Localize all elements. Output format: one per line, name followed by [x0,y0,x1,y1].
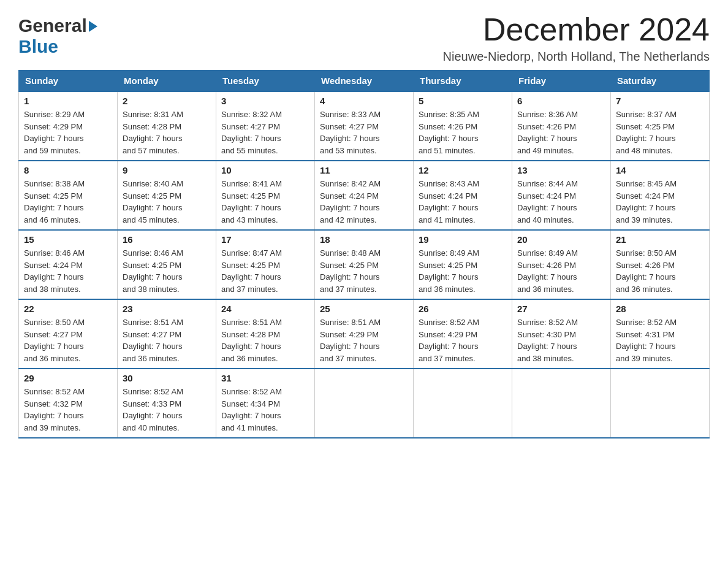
calendar-day-header: Thursday [414,71,512,92]
calendar-cell: 31Sunrise: 8:52 AMSunset: 4:34 PMDayligh… [216,369,315,438]
day-number: 14 [616,165,704,175]
calendar-cell [611,369,710,438]
day-info: Sunrise: 8:35 AMSunset: 4:26 PMDaylight:… [419,109,507,156]
day-info: Sunrise: 8:43 AMSunset: 4:24 PMDaylight:… [419,178,507,226]
title-area: December 2024 Nieuwe-Niedorp, North Holl… [443,12,710,64]
day-info: Sunrise: 8:37 AMSunset: 4:25 PMDaylight:… [616,109,704,156]
day-info: Sunrise: 8:52 AMSunset: 4:31 PMDaylight:… [616,316,704,364]
day-info: Sunrise: 8:31 AMSunset: 4:28 PMDaylight:… [123,109,211,156]
calendar-cell: 2Sunrise: 8:31 AMSunset: 4:28 PMDaylight… [118,91,216,161]
day-info: Sunrise: 8:45 AMSunset: 4:24 PMDaylight:… [616,178,704,226]
day-number: 24 [221,304,309,314]
calendar-day-header: Wednesday [315,71,414,92]
logo-arrow-icon [89,21,97,32]
day-info: Sunrise: 8:49 AMSunset: 4:25 PMDaylight:… [419,247,507,295]
day-number: 15 [24,234,112,245]
day-number: 13 [517,165,605,175]
day-number: 25 [320,304,408,314]
day-info: Sunrise: 8:46 AMSunset: 4:25 PMDaylight:… [123,247,211,295]
calendar-cell: 16Sunrise: 8:46 AMSunset: 4:25 PMDayligh… [118,230,216,299]
calendar-day-header: Tuesday [216,71,315,92]
calendar-cell: 3Sunrise: 8:32 AMSunset: 4:27 PMDaylight… [216,91,315,161]
day-info: Sunrise: 8:52 AMSunset: 4:33 PMDaylight:… [123,386,211,434]
calendar-cell: 24Sunrise: 8:51 AMSunset: 4:28 PMDayligh… [216,299,315,369]
day-number: 17 [221,234,309,245]
calendar-cell: 21Sunrise: 8:50 AMSunset: 4:26 PMDayligh… [611,230,710,299]
day-number: 20 [517,234,605,245]
day-number: 11 [320,165,408,175]
day-info: Sunrise: 8:48 AMSunset: 4:25 PMDaylight:… [320,247,408,295]
day-number: 3 [221,96,309,106]
calendar-week-row: 8Sunrise: 8:38 AMSunset: 4:25 PMDaylight… [19,161,710,230]
header: General Blue December 2024 Nieuwe-Niedor… [18,12,710,64]
calendar-cell: 12Sunrise: 8:43 AMSunset: 4:24 PMDayligh… [414,161,512,230]
calendar-cell: 9Sunrise: 8:40 AMSunset: 4:25 PMDaylight… [118,161,216,230]
calendar-cell: 28Sunrise: 8:52 AMSunset: 4:31 PMDayligh… [611,299,710,369]
calendar-cell: 25Sunrise: 8:51 AMSunset: 4:29 PMDayligh… [315,299,414,369]
day-number: 29 [24,373,112,383]
calendar-cell: 8Sunrise: 8:38 AMSunset: 4:25 PMDaylight… [19,161,118,230]
day-number: 16 [123,234,211,245]
day-number: 6 [517,96,605,106]
calendar-cell: 11Sunrise: 8:42 AMSunset: 4:24 PMDayligh… [315,161,414,230]
calendar-day-header: Saturday [611,71,710,92]
calendar-cell: 13Sunrise: 8:44 AMSunset: 4:24 PMDayligh… [512,161,611,230]
subtitle: Nieuwe-Niedorp, North Holland, The Nethe… [443,50,710,64]
calendar-cell: 10Sunrise: 8:41 AMSunset: 4:25 PMDayligh… [216,161,315,230]
day-number: 31 [221,373,309,383]
page-title: December 2024 [443,12,710,47]
day-info: Sunrise: 8:51 AMSunset: 4:28 PMDaylight:… [221,316,309,364]
calendar-table: SundayMondayTuesdayWednesdayThursdayFrid… [18,70,710,439]
day-number: 10 [221,165,309,175]
calendar-header-row: SundayMondayTuesdayWednesdayThursdayFrid… [19,71,710,92]
calendar-week-row: 15Sunrise: 8:46 AMSunset: 4:24 PMDayligh… [19,230,710,299]
day-number: 1 [24,96,112,106]
day-info: Sunrise: 8:52 AMSunset: 4:34 PMDaylight:… [221,386,309,434]
day-info: Sunrise: 8:40 AMSunset: 4:25 PMDaylight:… [123,178,211,226]
logo: General Blue [18,15,97,57]
calendar-cell: 29Sunrise: 8:52 AMSunset: 4:32 PMDayligh… [19,369,118,438]
day-number: 27 [517,304,605,314]
day-info: Sunrise: 8:52 AMSunset: 4:29 PMDaylight:… [419,316,507,364]
day-number: 28 [616,304,704,314]
calendar-cell: 27Sunrise: 8:52 AMSunset: 4:30 PMDayligh… [512,299,611,369]
calendar-cell: 30Sunrise: 8:52 AMSunset: 4:33 PMDayligh… [118,369,216,438]
calendar-cell: 23Sunrise: 8:51 AMSunset: 4:27 PMDayligh… [118,299,216,369]
day-number: 21 [616,234,704,245]
day-info: Sunrise: 8:49 AMSunset: 4:26 PMDaylight:… [517,247,605,295]
calendar-cell: 5Sunrise: 8:35 AMSunset: 4:26 PMDaylight… [414,91,512,161]
calendar-week-row: 22Sunrise: 8:50 AMSunset: 4:27 PMDayligh… [19,299,710,369]
calendar-day-header: Sunday [19,71,118,92]
day-info: Sunrise: 8:44 AMSunset: 4:24 PMDaylight:… [517,178,605,226]
calendar-cell: 18Sunrise: 8:48 AMSunset: 4:25 PMDayligh… [315,230,414,299]
calendar-day-header: Friday [512,71,611,92]
calendar-day-header: Monday [118,71,216,92]
day-number: 4 [320,96,408,106]
day-info: Sunrise: 8:32 AMSunset: 4:27 PMDaylight:… [221,109,309,156]
day-info: Sunrise: 8:42 AMSunset: 4:24 PMDaylight:… [320,178,408,226]
day-info: Sunrise: 8:52 AMSunset: 4:32 PMDaylight:… [24,386,112,434]
calendar-cell: 20Sunrise: 8:49 AMSunset: 4:26 PMDayligh… [512,230,611,299]
day-info: Sunrise: 8:33 AMSunset: 4:27 PMDaylight:… [320,109,408,156]
day-info: Sunrise: 8:41 AMSunset: 4:25 PMDaylight:… [221,178,309,226]
day-number: 30 [123,373,211,383]
day-info: Sunrise: 8:52 AMSunset: 4:30 PMDaylight:… [517,316,605,364]
calendar-cell: 4Sunrise: 8:33 AMSunset: 4:27 PMDaylight… [315,91,414,161]
logo-general-text: General [18,15,87,36]
calendar-cell: 1Sunrise: 8:29 AMSunset: 4:29 PMDaylight… [19,91,118,161]
day-number: 8 [24,165,112,175]
day-info: Sunrise: 8:50 AMSunset: 4:26 PMDaylight:… [616,247,704,295]
calendar-cell: 15Sunrise: 8:46 AMSunset: 4:24 PMDayligh… [19,230,118,299]
day-number: 12 [419,165,507,175]
calendar-cell: 22Sunrise: 8:50 AMSunset: 4:27 PMDayligh… [19,299,118,369]
calendar-cell: 6Sunrise: 8:36 AMSunset: 4:26 PMDaylight… [512,91,611,161]
day-info: Sunrise: 8:50 AMSunset: 4:27 PMDaylight:… [24,316,112,364]
calendar-cell: 26Sunrise: 8:52 AMSunset: 4:29 PMDayligh… [414,299,512,369]
day-number: 5 [419,96,507,106]
day-number: 22 [24,304,112,314]
calendar-week-row: 29Sunrise: 8:52 AMSunset: 4:32 PMDayligh… [19,369,710,438]
calendar-cell: 14Sunrise: 8:45 AMSunset: 4:24 PMDayligh… [611,161,710,230]
day-info: Sunrise: 8:51 AMSunset: 4:29 PMDaylight:… [320,316,408,364]
day-info: Sunrise: 8:36 AMSunset: 4:26 PMDaylight:… [517,109,605,156]
calendar-cell: 19Sunrise: 8:49 AMSunset: 4:25 PMDayligh… [414,230,512,299]
